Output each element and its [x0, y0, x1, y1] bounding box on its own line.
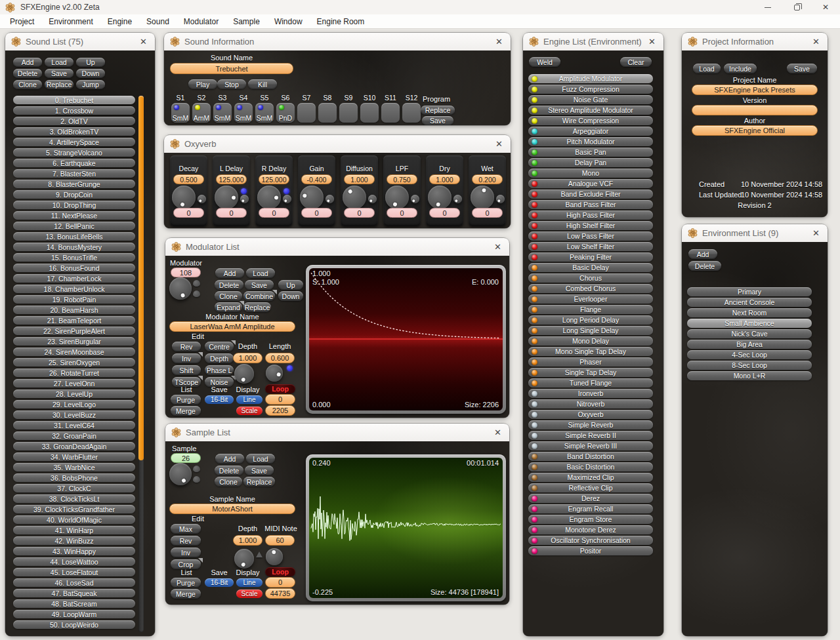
environment-list-item[interactable]: 8-Sec Loop — [687, 361, 812, 370]
slot-box[interactable] — [339, 103, 358, 123]
knob-value-field[interactable]: -0.400 — [301, 174, 332, 184]
engine-list-item[interactable]: Flange — [528, 305, 653, 314]
slot-box[interactable]: AmM — [192, 103, 211, 123]
slot-box[interactable]: SmM — [234, 103, 253, 123]
engine-list-item[interactable]: Simple Reverb III — [528, 441, 653, 450]
sound-list-item[interactable]: 1. Crossbow — [13, 106, 135, 115]
sample-name-field[interactable]: MotorAShort — [169, 504, 295, 514]
mod-source-field[interactable]: 0 — [387, 208, 417, 218]
minimize-button[interactable] — [753, 0, 782, 14]
environment-list-item[interactable]: Mono L+R — [687, 371, 812, 380]
delete-button[interactable]: Delete — [215, 466, 243, 475]
sound-list-item[interactable]: 21. BeamTeleport — [13, 316, 135, 325]
menu-item[interactable]: Sample — [226, 15, 267, 28]
engine-list-item[interactable]: Mono — [528, 169, 653, 178]
sound-list-item[interactable]: 24. SirenMoonbase — [13, 348, 135, 356]
environment-list-item[interactable]: Nick's Cave — [687, 329, 812, 338]
mod-amount-knob[interactable] — [198, 195, 206, 203]
crop-button[interactable]: Crop — [171, 559, 201, 569]
slot-box[interactable]: SmM — [171, 103, 190, 123]
delete-button[interactable]: Delete — [215, 280, 243, 290]
depth-knob[interactable] — [234, 549, 254, 569]
engine-list-item[interactable]: High Shelf Filter — [528, 221, 653, 230]
engine-list-item[interactable]: Engram Store — [528, 515, 653, 524]
sound-list-item[interactable]: 12. BellPanic — [13, 222, 135, 230]
engine-list-item[interactable]: Maximized Clip — [528, 473, 653, 482]
loop-start-field[interactable]: 0 — [265, 394, 295, 405]
mod-amount-knob[interactable] — [368, 195, 377, 203]
sound-list-item[interactable]: 25. SirenOxygen — [13, 358, 135, 367]
sound-slot[interactable]: S10 — [360, 94, 379, 123]
sound-slot[interactable]: S2 AmM — [192, 94, 211, 123]
delete-button[interactable]: Delete — [688, 261, 721, 271]
sound-list-item[interactable]: 42. WinBuzz — [13, 536, 135, 545]
environment-list-item[interactable]: Ancient Console — [687, 298, 812, 307]
menu-item[interactable]: Project — [3, 15, 41, 28]
sound-list-item[interactable]: 29. LevelLogo — [13, 400, 135, 409]
effect-knob[interactable] — [471, 186, 494, 209]
depth-knob[interactable] — [234, 364, 254, 384]
menu-item[interactable]: Engine Room — [310, 15, 372, 28]
engine-list-item[interactable]: Oxyverb — [528, 410, 653, 419]
save-button[interactable]: Save — [45, 69, 74, 78]
effect-knob[interactable] — [257, 186, 281, 209]
slot-box[interactable] — [360, 103, 379, 123]
inv-button[interactable]: Inv — [172, 353, 201, 363]
sound-list-item[interactable]: 36. BobsPhone — [13, 473, 135, 482]
engine-list-item[interactable]: Long Period Delay — [528, 315, 653, 325]
effect-knob[interactable] — [428, 186, 452, 209]
engine-list-item[interactable]: Basic Distortion — [528, 462, 653, 471]
close-icon[interactable]: ✕ — [492, 242, 503, 252]
engine-list-item[interactable]: Fuzz Compression — [528, 85, 653, 94]
engine-list-item[interactable]: Mono Single Tap Delay — [528, 347, 653, 356]
effect-knob[interactable] — [385, 186, 409, 209]
engine-list-item[interactable]: Basic Delay — [528, 263, 653, 272]
play-button[interactable]: Play — [188, 79, 217, 89]
sound-slot[interactable]: S7 — [297, 94, 316, 123]
kill-button[interactable]: Kill — [248, 79, 277, 89]
scrollbar-thumb[interactable] — [138, 96, 144, 460]
mod-source-field[interactable]: 0 — [259, 208, 289, 218]
sound-slot[interactable]: S4 SmM — [234, 94, 253, 123]
sound-list-item[interactable]: 14. BonusMystery — [13, 243, 135, 251]
sound-slot[interactable]: S1 SmM — [171, 94, 190, 123]
engine-list-item[interactable]: Ironverb — [528, 389, 653, 398]
sound-list-item[interactable]: 4. ArtillerySpace — [13, 138, 135, 146]
sound-list-item[interactable]: 10. DropThing — [13, 201, 135, 209]
merge-button[interactable]: Merge — [171, 406, 201, 416]
effect-knob[interactable] — [215, 186, 238, 209]
depth-field[interactable]: 1.000 — [233, 353, 262, 363]
sound-list-item[interactable]: 48. BatScream — [13, 599, 135, 608]
sound-list-item[interactable]: 27. LevelOnn — [13, 379, 135, 388]
effect-knob[interactable] — [172, 186, 196, 209]
sound-list-item[interactable]: 46. LoseSad — [13, 578, 135, 587]
sound-name-field[interactable]: Trebuchet — [170, 63, 293, 74]
engine-list-item[interactable]: Nitroverb — [528, 399, 653, 409]
depth-button[interactable]: Depth — [205, 353, 234, 363]
sound-slot[interactable]: S3 SmM — [213, 94, 232, 123]
engine-list-item[interactable]: Peaking Filter — [528, 252, 653, 262]
stop-button[interactable]: Stop — [217, 79, 246, 89]
line-toggle[interactable]: Line — [236, 578, 262, 587]
knob-step-up[interactable] — [193, 466, 200, 472]
mod-amount-knob[interactable] — [326, 195, 334, 203]
sound-slot[interactable]: S12 — [402, 94, 421, 123]
knob-step-up[interactable] — [193, 280, 200, 287]
close-icon[interactable]: ✕ — [138, 37, 149, 47]
engine-list-item[interactable]: Simple Reverb — [528, 420, 653, 430]
load-button[interactable]: Load — [45, 58, 74, 67]
sound-list-item[interactable]: 39. ClockTicksGrandfather — [13, 505, 135, 513]
knob-value-field[interactable]: 0.500 — [173, 174, 204, 184]
engine-list-item[interactable]: Chorus — [528, 273, 653, 283]
up-button[interactable]: Up — [76, 58, 105, 67]
clone-button[interactable]: Clone — [215, 477, 242, 487]
mod-amount-knob[interactable] — [453, 195, 462, 203]
sound-list-item[interactable]: 17. ChamberLock — [13, 274, 135, 283]
mod-amount-knob[interactable] — [283, 195, 291, 203]
engine-list-item[interactable]: Mono Delay — [528, 336, 653, 346]
knob-step-down[interactable] — [193, 476, 200, 483]
sound-slot[interactable]: S6 PnD — [276, 94, 295, 123]
sound-list-item[interactable]: 22. SirenPurpleAlert — [13, 327, 135, 335]
environment-list-item[interactable]: Small Ambience — [687, 319, 812, 328]
sound-list-item[interactable]: 40. WorldOfMagic — [13, 515, 135, 524]
